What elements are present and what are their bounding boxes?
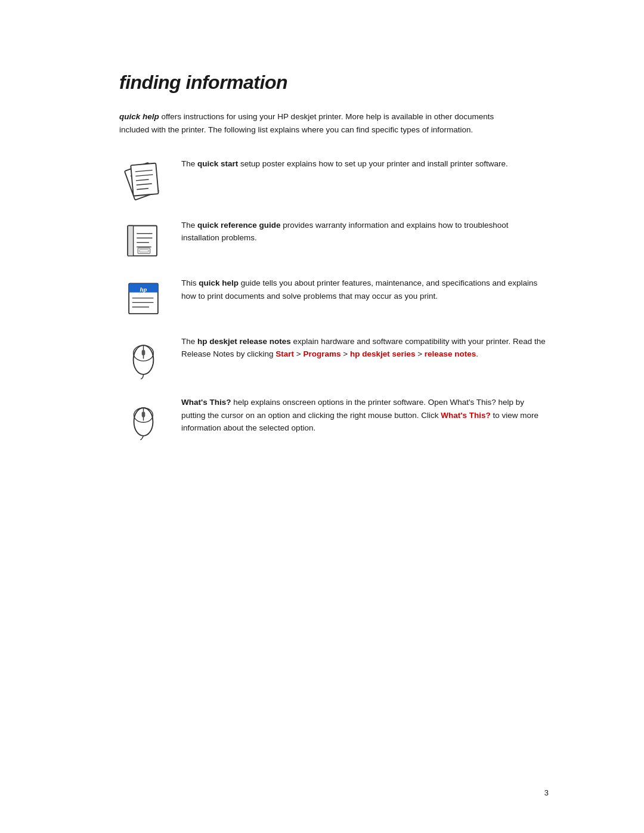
- quick-help-icon-area: hp: [119, 277, 167, 318]
- intro-bold-italic: quick help: [119, 112, 159, 121]
- release-notes-label: hp deskjet release notes: [197, 337, 291, 346]
- quick-start-label: quick start: [197, 159, 238, 168]
- quick-help-text: This quick help guide tells you about pr…: [181, 277, 549, 302]
- svg-rect-18: [139, 249, 148, 252]
- info-item-release-notes: The hp deskjet release notes explain har…: [119, 335, 549, 379]
- whats-this-icon-area: [119, 396, 167, 440]
- release-notes-icon-area: [119, 335, 167, 379]
- quick-reference-text: The quick reference guide provides warra…: [181, 219, 549, 244]
- quick-help-guide-icon: hp: [121, 279, 166, 318]
- info-item-whats-this: What's This? help explains onscreen opti…: [119, 396, 549, 440]
- release-notes-link: release notes: [425, 349, 476, 358]
- intro-paragraph: quick help offers instructions for using…: [119, 110, 513, 136]
- page-number: 3: [544, 788, 549, 797]
- start-link: Start: [275, 349, 294, 358]
- mouse-icon-whats-this: [121, 398, 166, 440]
- svg-rect-32: [141, 412, 145, 417]
- info-item-quick-help: hp This quick help guide tells you about…: [119, 277, 549, 318]
- quick-reference-label: quick reference guide: [197, 221, 281, 230]
- mouse-icon-release-notes: [121, 337, 166, 379]
- whats-this-label: What's This?: [181, 398, 231, 407]
- whats-this-click-link: What's This?: [441, 411, 490, 420]
- release-notes-text: The hp deskjet release notes explain har…: [181, 335, 549, 361]
- info-item-quick-reference: The quick reference guide provides warra…: [119, 219, 549, 261]
- programs-link: Programs: [303, 349, 340, 358]
- quick-start-text: The quick start setup poster explains ho…: [181, 157, 549, 171]
- hp-deskjet-series-link: hp deskjet series: [350, 349, 416, 358]
- svg-text:hp: hp: [140, 286, 147, 293]
- quick-reference-icon-area: [119, 219, 167, 261]
- svg-rect-28: [141, 349, 145, 355]
- quick-start-poster-icon: [121, 160, 166, 202]
- info-item-quick-start: The quick start setup poster explains ho…: [119, 157, 549, 202]
- page-title: finding information: [119, 72, 549, 94]
- quick-help-label: quick help: [199, 278, 239, 287]
- whats-this-text: What's This? help explains onscreen opti…: [181, 396, 549, 435]
- quick-start-icon-area: [119, 157, 167, 202]
- intro-rest: offers instructions for using your HP de…: [119, 112, 494, 134]
- quick-reference-guide-icon: [121, 221, 166, 261]
- svg-rect-12: [128, 225, 133, 256]
- page-container: finding information quick help offers in…: [0, 0, 644, 833]
